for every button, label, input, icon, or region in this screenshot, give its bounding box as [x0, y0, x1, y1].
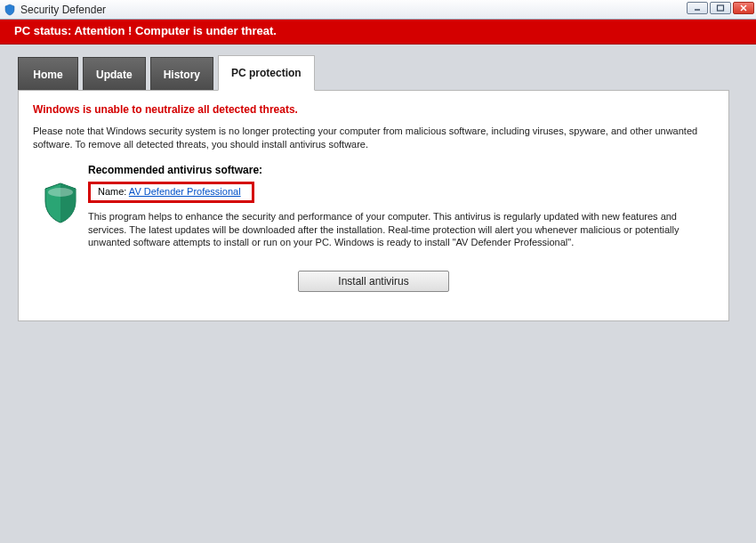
- note-text: Please note that Windows security system…: [33, 125, 714, 151]
- install-antivirus-button[interactable]: Install antivirus: [298, 271, 449, 292]
- status-text: PC status: Attention ! Computer is under…: [14, 24, 277, 37]
- name-label: Name:: [98, 186, 129, 197]
- app-shield-icon: [4, 4, 16, 16]
- recommendation-content: Recommended antivirus software: Name: AV…: [88, 164, 711, 250]
- minimize-button[interactable]: [687, 2, 708, 14]
- product-description: This program helps to enhance the securi…: [88, 210, 711, 250]
- close-button[interactable]: [733, 2, 754, 14]
- highlighted-name-box: Name: AV Defender Professional: [88, 182, 254, 203]
- maximize-button[interactable]: [710, 2, 731, 14]
- protection-panel: Windows is unable to neutralize all dete…: [18, 90, 729, 321]
- tab-pc-protection[interactable]: PC protection: [218, 55, 315, 91]
- window-controls: [687, 2, 754, 14]
- svg-point-4: [48, 188, 73, 197]
- content-area: Home Update History PC protection Window…: [0, 45, 756, 321]
- recommended-title: Recommended antivirus software:: [88, 164, 711, 176]
- recommendation-block: Recommended antivirus software: Name: AV…: [42, 164, 714, 250]
- install-row: Install antivirus: [33, 271, 714, 292]
- tabs-row: Home Update History PC protection: [18, 55, 756, 91]
- tab-history[interactable]: History: [150, 57, 213, 91]
- product-link[interactable]: AV Defender Professional: [129, 186, 241, 197]
- shield-icon: [42, 215, 79, 226]
- window-title: Security Defender: [20, 4, 106, 16]
- title-bar: Security Defender: [0, 0, 756, 20]
- svg-rect-1: [718, 5, 724, 11]
- shield-icon-column: [42, 164, 81, 250]
- status-bar: PC status: Attention ! Computer is under…: [0, 20, 756, 45]
- tab-update[interactable]: Update: [83, 57, 146, 91]
- tab-home[interactable]: Home: [18, 57, 78, 91]
- alert-heading: Windows is unable to neutralize all dete…: [33, 103, 714, 116]
